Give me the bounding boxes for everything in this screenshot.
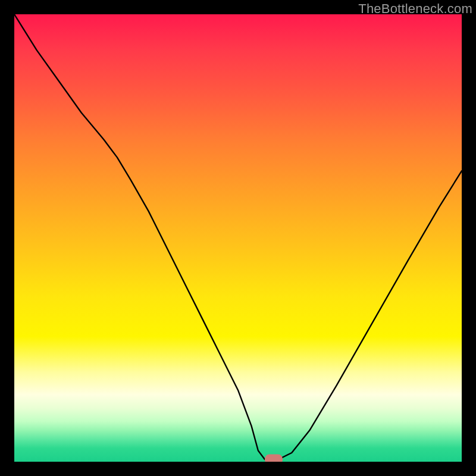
chart-frame: TheBottleneck.com: [0, 0, 476, 476]
bottleneck-curve: [14, 14, 462, 459]
optimal-point-marker: [265, 455, 283, 462]
plot-area: [14, 14, 462, 462]
curve-layer: [14, 14, 462, 462]
